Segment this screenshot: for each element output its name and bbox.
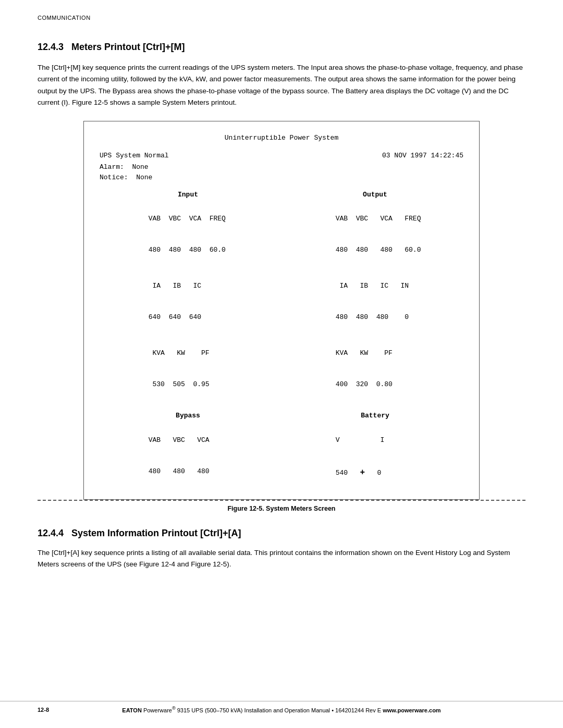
input-ia-header: IA IB IC (100, 270, 276, 302)
output-ia-header: IA IB IC IN (287, 270, 463, 302)
bypass-header: Bypass (100, 411, 276, 421)
content-area: 12.4.3 Meters Printout [Ctrl]+[M] The [C… (0, 0, 563, 612)
battery-vi-values: 540 + 0 (287, 456, 463, 490)
figure-box: Uninterruptible Power System UPS System … (83, 121, 480, 500)
output-vab-header: VAB VBC VCA FREQ (287, 203, 463, 235)
footer: 12-8 EATON Powerware® 9315 UPS (500–750 … (0, 701, 563, 713)
page: COMMUNICATION 12.4.3 Meters Printout [Ct… (0, 0, 563, 728)
notice-line: Notice: None (100, 174, 152, 181)
output-ia-values: 480 480 480 0 (287, 302, 463, 333)
section2-body: The [Ctrl]+[A] key sequence prints a lis… (38, 547, 525, 571)
figure-caption: Figure 12-5. System Meters Screen (38, 505, 525, 512)
footer-page-number: 12-8 (38, 707, 49, 713)
bypass-vab-values: 480 480 480 (100, 456, 276, 487)
battery-v-value: 540 (336, 469, 348, 477)
output-vab-values: 480 480 480 60.0 (287, 235, 463, 266)
footer-doc-number: 164201244 Rev E (335, 707, 381, 713)
section1-number: 12.4.3 (38, 42, 64, 52)
ups-status-line: UPS System Normal 03 NOV 1997 14:22:45 (100, 151, 463, 161)
plus-sign: + (360, 468, 365, 477)
input-kva-values: 530 505 0.95 (100, 369, 276, 400)
figure-title: Uninterruptible Power System (100, 133, 463, 143)
battery-vi-header: V I (287, 424, 463, 455)
footer-url: www.powerware.com (383, 707, 440, 713)
footer-reg: ® (172, 706, 176, 711)
section2-heading: 12.4.4 System Information Printout [Ctrl… (38, 528, 525, 539)
output-header: Output (287, 190, 463, 200)
footer-model: 9315 UPS (500–750 kVA) Installation and … (177, 707, 330, 713)
section2-number: 12.4.4 (38, 528, 64, 538)
dashed-separator (38, 500, 525, 501)
section2-title: System Information Printout [Ctrl]+[A] (71, 528, 241, 538)
input-column: Input VAB VBC VCA FREQ 480 480 480 60.0 … (100, 190, 282, 401)
section1-body: The [Ctrl]+[M] key sequence prints the c… (38, 62, 525, 108)
section1-heading: 12.4.3 Meters Printout [Ctrl]+[M] (38, 42, 525, 53)
footer-center: EATON Powerware® 9315 UPS (500–750 kVA) … (122, 706, 440, 713)
section1-title: Meters Printout [Ctrl]+[M] (71, 42, 185, 52)
input-ia-values: 640 640 640 (100, 302, 276, 333)
output-kva-values: 400 320 0.80 (287, 369, 463, 400)
bypass-battery-row: Bypass VAB VBC VCA 480 480 480 Battery V… (100, 405, 463, 490)
battery-i-header-label: I (380, 436, 384, 444)
input-output-columns: Input VAB VBC VCA FREQ 480 480 480 60.0 … (100, 190, 463, 401)
alarm-line: Alarm: None (100, 163, 149, 171)
input-vab-values: 480 480 480 60.0 (100, 235, 276, 266)
top-label: COMMUNICATION (38, 15, 91, 21)
output-column: Output VAB VBC VCA FREQ 480 480 480 60.0… (282, 190, 463, 401)
footer-brand: EATON (122, 707, 142, 713)
battery-header: Battery (287, 411, 463, 421)
battery-i-value: 0 (377, 469, 381, 477)
input-vab-header: VAB VBC VCA FREQ (100, 203, 276, 235)
output-kva-header: KVA KW PF (287, 337, 463, 368)
bypass-vab-header: VAB VBC VCA (100, 424, 276, 455)
ups-status-left: UPS System Normal (100, 151, 169, 161)
bypass-column: Bypass VAB VBC VCA 480 480 480 (100, 405, 282, 490)
alarm-notice: Alarm: None Notice: None (100, 162, 463, 183)
ups-status-right: 03 NOV 1997 14:22:45 (382, 151, 463, 161)
footer-product: Powerware (143, 707, 172, 713)
battery-column: Battery V I 540 + 0 (282, 405, 463, 490)
input-kva-header: KVA KW PF (100, 337, 276, 368)
input-header: Input (100, 190, 276, 200)
